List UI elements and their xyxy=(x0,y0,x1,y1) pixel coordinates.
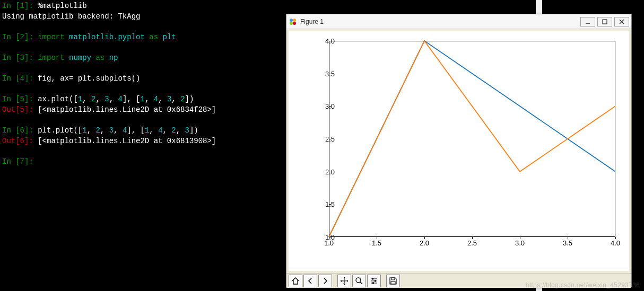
ytick-label: 2.5 xyxy=(319,135,335,143)
svg-line-9 xyxy=(360,282,362,284)
ytick-label: 1.5 xyxy=(319,200,335,208)
terminal-line: In [1]: %matplotlib xyxy=(2,1,534,12)
svg-point-1 xyxy=(293,19,296,22)
svg-rect-13 xyxy=(372,278,373,279)
ytick-label: 3.5 xyxy=(319,69,335,77)
ytick-label: 4.0 xyxy=(319,37,335,45)
ytick-label: 3.0 xyxy=(319,102,335,110)
configure-button[interactable] xyxy=(367,275,381,287)
plot-canvas[interactable]: 1.01.52.02.53.03.54.01.01.52.02.53.03.54… xyxy=(289,31,629,271)
ytick-label: 2.0 xyxy=(319,167,335,175)
xtick-label: 1.0 xyxy=(324,239,334,247)
home-button[interactable] xyxy=(289,275,302,287)
series-line1 xyxy=(329,41,615,237)
close-button[interactable] xyxy=(614,17,629,27)
maximize-button[interactable] xyxy=(597,17,612,27)
back-button[interactable] xyxy=(303,275,317,287)
xtick-label: 2.5 xyxy=(467,239,477,247)
svg-point-3 xyxy=(293,22,296,25)
svg-point-2 xyxy=(290,22,293,25)
xtick-label: 3.0 xyxy=(515,239,525,247)
svg-rect-17 xyxy=(391,281,395,284)
zoom-button[interactable] xyxy=(352,275,366,287)
window-controls xyxy=(580,17,629,27)
plot-lines xyxy=(329,41,615,237)
svg-point-0 xyxy=(290,19,293,22)
xtick-label: 3.5 xyxy=(563,239,572,247)
series-line2 xyxy=(329,41,615,237)
svg-rect-14 xyxy=(375,280,376,281)
svg-point-8 xyxy=(356,278,361,283)
xtick-label: 1.5 xyxy=(372,239,381,247)
svg-rect-5 xyxy=(603,20,607,24)
pan-button[interactable] xyxy=(337,275,351,287)
forward-button[interactable] xyxy=(318,275,332,287)
minimize-button[interactable] xyxy=(580,17,595,27)
svg-rect-15 xyxy=(372,282,374,284)
figure-window: Figure 1 1.01.52.02.53.03.54.01.01.52.02… xyxy=(286,14,632,287)
titlebar[interactable]: Figure 1 xyxy=(286,14,631,29)
window-title: Figure 1 xyxy=(300,18,580,25)
app-icon xyxy=(289,17,297,26)
watermark: https://blog.csdn.net/weixin_45293736 xyxy=(526,281,640,289)
xtick-label: 2.0 xyxy=(420,239,429,247)
save-button[interactable] xyxy=(386,275,400,287)
xtick-label: 4.0 xyxy=(611,239,620,247)
